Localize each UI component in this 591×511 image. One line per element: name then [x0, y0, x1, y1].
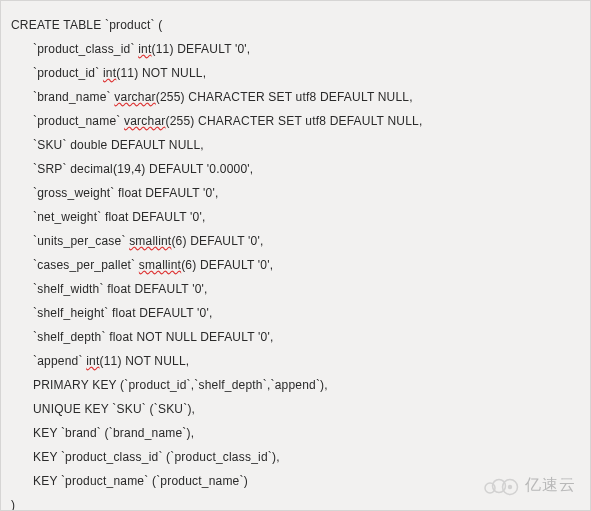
code-typo: smallint: [129, 234, 171, 248]
code-post: (6) DEFAULT '0',: [171, 234, 263, 248]
code-pre: `SKU` double DEFAULT NULL,: [33, 138, 204, 152]
watermark: 亿速云: [483, 475, 576, 496]
code-pre: `shelf_width` float DEFAULT '0',: [33, 282, 208, 296]
code-post: (255) CHARACTER SET utf8 DEFAULT NULL,: [156, 90, 413, 104]
code-typo: int: [86, 354, 99, 368]
code-line: `gross_weight` float DEFAULT '0',: [11, 181, 580, 205]
watermark-logo-icon: [483, 476, 521, 496]
code-post: (255) CHARACTER SET utf8 DEFAULT NULL,: [165, 114, 422, 128]
code-pre: `net_weight` float DEFAULT '0',: [33, 210, 205, 224]
code-pre: `product_class_id`: [33, 42, 138, 56]
code-line: PRIMARY KEY (`product_id`,`shelf_depth`,…: [11, 373, 580, 397]
code-typo: varchar: [124, 114, 165, 128]
code-line: UNIQUE KEY `SKU` (`SKU`),: [11, 397, 580, 421]
code-line: `shelf_height` float DEFAULT '0',: [11, 301, 580, 325]
code-line: `SRP` decimal(19,4) DEFAULT '0.0000',: [11, 157, 580, 181]
code-pre: `SRP` decimal(19,4) DEFAULT '0.0000',: [33, 162, 253, 176]
code-line: `product_name` varchar(255) CHARACTER SE…: [11, 109, 580, 133]
code-line-open: CREATE TABLE `product` (: [11, 13, 580, 37]
code-pre: UNIQUE KEY `SKU` (`SKU`),: [33, 402, 195, 416]
code-pre: `product_id`: [33, 66, 103, 80]
code-pre: `cases_per_pallet`: [33, 258, 139, 272]
code-line: `shelf_depth` float NOT NULL DEFAULT '0'…: [11, 325, 580, 349]
code-post: (6) DEFAULT '0',: [181, 258, 273, 272]
code-line: `product_id` int(11) NOT NULL,: [11, 61, 580, 85]
code-line: `append` int(11) NOT NULL,: [11, 349, 580, 373]
code-line: `cases_per_pallet` smallint(6) DEFAULT '…: [11, 253, 580, 277]
code-typo: int: [103, 66, 116, 80]
code-line: `net_weight` float DEFAULT '0',: [11, 205, 580, 229]
code-line: `brand_name` varchar(255) CHARACTER SET …: [11, 85, 580, 109]
code-pre: KEY `product_class_id` (`product_class_i…: [33, 450, 280, 464]
code-pre: `append`: [33, 354, 86, 368]
code-typo: varchar: [114, 90, 155, 104]
watermark-text: 亿速云: [525, 475, 576, 496]
code-line: KEY `product_class_id` (`product_class_i…: [11, 445, 580, 469]
code-line: `units_per_case` smallint(6) DEFAULT '0'…: [11, 229, 580, 253]
code-post: (11) DEFAULT '0',: [151, 42, 250, 56]
code-typo: smallint: [139, 258, 181, 272]
code-pre: `shelf_height` float DEFAULT '0',: [33, 306, 213, 320]
code-pre: `units_per_case`: [33, 234, 129, 248]
code-pre: KEY `brand` (`brand_name`),: [33, 426, 194, 440]
code-line: KEY `brand` (`brand_name`),: [11, 421, 580, 445]
code-pre: `gross_weight` float DEFAULT '0',: [33, 186, 218, 200]
code-post: (11) NOT NULL,: [99, 354, 189, 368]
code-pre: PRIMARY KEY (`product_id`,`shelf_depth`,…: [33, 378, 328, 392]
svg-point-3: [508, 484, 512, 488]
code-pre: `shelf_depth` float NOT NULL DEFAULT '0'…: [33, 330, 273, 344]
code-line: `product_class_id` int(11) DEFAULT '0',: [11, 37, 580, 61]
code-pre: `product_name`: [33, 114, 124, 128]
code-line: `shelf_width` float DEFAULT '0',: [11, 277, 580, 301]
code-pre: `brand_name`: [33, 90, 114, 104]
code-typo: int: [138, 42, 151, 56]
code-line: `SKU` double DEFAULT NULL,: [11, 133, 580, 157]
code-post: (11) NOT NULL,: [116, 66, 206, 80]
code-pre: KEY `product_name` (`product_name`): [33, 474, 248, 488]
sql-code-block: CREATE TABLE `product` ( `product_class_…: [1, 1, 590, 511]
